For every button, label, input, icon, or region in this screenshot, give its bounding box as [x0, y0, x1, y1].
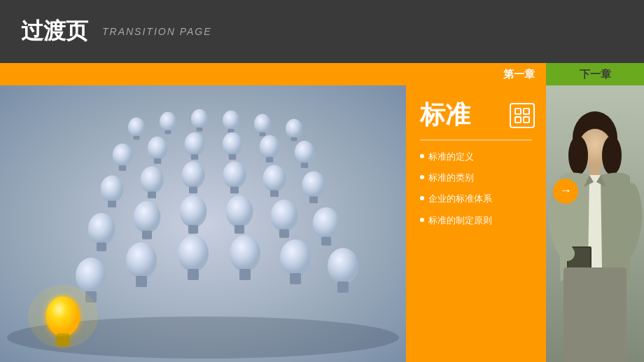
- svg-point-10: [254, 114, 271, 134]
- svg-rect-7: [197, 127, 203, 132]
- svg-rect-75: [589, 164, 601, 176]
- bullet-icon: [420, 154, 424, 158]
- svg-point-40: [134, 201, 161, 233]
- svg-rect-9: [228, 129, 234, 133]
- svg-rect-53: [136, 276, 147, 287]
- chapter-bar: 第一章 下一章: [0, 63, 644, 85]
- svg-rect-11: [260, 132, 266, 137]
- svg-rect-41: [142, 230, 152, 239]
- svg-rect-35: [270, 190, 279, 197]
- svg-rect-25: [301, 162, 308, 168]
- svg-rect-68: [515, 117, 521, 123]
- svg-point-26: [101, 176, 124, 203]
- list-item-text: 标准的制定原则: [428, 214, 492, 227]
- svg-rect-59: [290, 273, 301, 284]
- svg-rect-21: [229, 154, 236, 160]
- page-title-en: TRANSITION PAGE: [102, 26, 212, 37]
- svg-rect-78: [564, 267, 626, 362]
- svg-rect-23: [266, 157, 273, 162]
- svg-point-30: [182, 162, 205, 189]
- svg-point-6: [191, 109, 208, 130]
- svg-rect-37: [309, 197, 318, 204]
- panel-title-row: 标准: [406, 85, 546, 139]
- svg-rect-43: [188, 225, 198, 233]
- person-image: [546, 85, 644, 362]
- bulb-illustration: [0, 85, 406, 362]
- svg-rect-69: [524, 117, 529, 123]
- person-illustration: [546, 85, 644, 362]
- list-item-text: 标准的类别: [428, 172, 474, 184]
- svg-point-73: [568, 136, 588, 175]
- svg-point-74: [602, 136, 622, 175]
- svg-point-46: [271, 200, 298, 232]
- svg-rect-61: [337, 281, 349, 293]
- svg-point-2: [128, 118, 145, 138]
- svg-rect-5: [165, 130, 172, 134]
- svg-point-14: [113, 144, 133, 167]
- list-item: 标准的定义: [420, 151, 535, 163]
- svg-point-56: [230, 235, 260, 272]
- page-title-cn: 过渡页: [21, 16, 88, 47]
- svg-point-48: [313, 207, 340, 239]
- svg-point-36: [302, 172, 326, 199]
- svg-rect-31: [189, 187, 197, 194]
- list-item: 企业的标准体系: [420, 193, 535, 205]
- list-item-text: 企业的标准体系: [428, 193, 492, 205]
- svg-point-4: [160, 112, 176, 132]
- svg-point-20: [223, 132, 243, 156]
- svg-rect-45: [234, 225, 244, 233]
- svg-rect-29: [148, 192, 156, 199]
- svg-point-60: [328, 248, 358, 284]
- list-item: 标准的制定原则: [420, 214, 535, 227]
- svg-rect-13: [291, 137, 298, 141]
- main-content: 标准 标准的定义标准的类别企业的标准体系标准的制定原则: [0, 85, 644, 362]
- list-item-text: 标准的定义: [428, 151, 474, 163]
- next-chapter-label: 下一章: [580, 68, 611, 81]
- chapter-label: 第一章: [503, 68, 535, 81]
- panel-title: 标准: [420, 98, 470, 132]
- svg-rect-33: [230, 187, 239, 194]
- svg-rect-67: [524, 109, 529, 114]
- svg-rect-57: [239, 269, 251, 280]
- svg-rect-3: [134, 136, 140, 140]
- left-image-panel: [0, 85, 406, 362]
- svg-rect-49: [321, 237, 331, 245]
- bulb-scene: [0, 85, 406, 362]
- svg-point-42: [180, 195, 207, 228]
- svg-rect-39: [97, 242, 106, 251]
- bullet-icon: [420, 175, 424, 179]
- svg-rect-27: [108, 201, 116, 208]
- svg-point-44: [226, 195, 253, 228]
- info-panel: 标准 标准的定义标准的类别企业的标准体系标准的制定原则: [406, 85, 546, 362]
- svg-point-52: [126, 242, 157, 279]
- svg-rect-47: [279, 229, 289, 237]
- svg-point-18: [185, 132, 205, 156]
- next-chapter-bar[interactable]: 下一章: [546, 63, 644, 85]
- panel-icon: [510, 103, 535, 128]
- svg-point-34: [263, 165, 286, 193]
- header: 过渡页 TRANSITION PAGE: [0, 0, 644, 63]
- svg-point-24: [295, 141, 315, 165]
- panel-divider: [420, 139, 532, 141]
- svg-rect-17: [154, 158, 161, 164]
- next-arrow-button[interactable]: [553, 179, 578, 204]
- svg-rect-66: [515, 109, 521, 114]
- svg-point-28: [141, 167, 164, 194]
- bullet-icon: [420, 218, 424, 222]
- next-chapter-panel[interactable]: [546, 85, 644, 362]
- svg-rect-15: [119, 165, 126, 171]
- svg-point-16: [148, 137, 168, 160]
- svg-point-65: [28, 285, 98, 348]
- svg-point-32: [223, 162, 246, 189]
- list-item: 标准的类别: [420, 172, 535, 184]
- svg-point-22: [260, 135, 280, 159]
- current-chapter-bar: 第一章: [0, 63, 546, 85]
- svg-point-12: [286, 119, 302, 139]
- svg-rect-55: [188, 269, 199, 280]
- svg-point-8: [223, 111, 239, 131]
- svg-point-54: [178, 235, 209, 272]
- svg-point-58: [280, 239, 311, 276]
- bullet-icon: [420, 196, 424, 200]
- svg-point-38: [88, 213, 115, 245]
- svg-point-50: [76, 258, 106, 294]
